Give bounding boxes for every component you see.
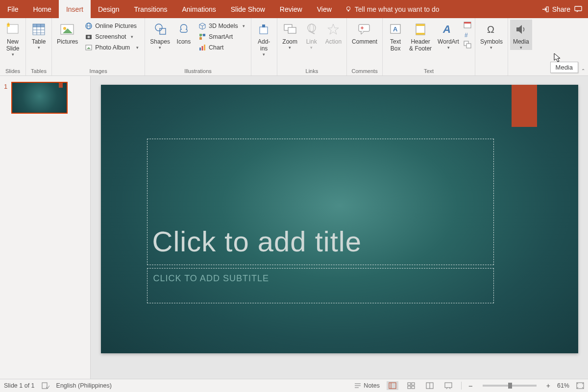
svg-rect-61 — [389, 383, 396, 389]
symbols-button[interactable]: Ω Symbols ▾ — [477, 20, 506, 50]
textbox-label: Text Box — [390, 38, 401, 52]
language-indicator[interactable]: English (Philippines) — [56, 382, 112, 389]
normal-view-button[interactable] — [387, 381, 398, 390]
photo-album-icon — [85, 44, 93, 51]
status-bar: Slide 1 of 1 English (Philippines) Notes… — [0, 379, 588, 392]
pictures-button[interactable]: Pictures — [54, 20, 81, 45]
screenshot-icon — [85, 33, 93, 41]
new-slide-button[interactable]: New Slide ▾ — [2, 20, 24, 57]
comments-pane-icon[interactable] — [574, 5, 582, 13]
svg-rect-2 — [546, 7, 548, 12]
reading-view-button[interactable] — [424, 381, 436, 390]
svg-rect-32 — [199, 48, 201, 50]
textbox-button[interactable]: A Text Box — [385, 20, 406, 52]
ribbon: New Slide ▾ Slides Table ▾ Tables Pictur… — [0, 18, 588, 76]
slide-sorter-view-button[interactable] — [405, 381, 417, 390]
work-area: 1 Click to add title CLICK TO ADD SUBTIT… — [0, 76, 588, 379]
3d-models-button[interactable]: 3D Models▾ — [196, 21, 247, 31]
svg-rect-47 — [416, 33, 425, 35]
smartart-label: SmartArt — [209, 33, 233, 40]
slide-1[interactable]: Click to add title CLICK TO ADD SUBTITLE — [101, 85, 578, 353]
pictures-icon — [60, 22, 75, 37]
title-placeholder[interactable]: Click to add title — [147, 139, 494, 265]
icons-icon — [176, 22, 192, 37]
caret-icon: ▾ — [490, 45, 492, 50]
svg-rect-42 — [359, 24, 369, 31]
zoom-level[interactable]: 61% — [557, 382, 569, 389]
shapes-button[interactable]: Shapes ▾ — [147, 20, 173, 50]
tab-design[interactable]: Design — [91, 0, 127, 18]
group-links: Zoom ▾ Link ▾ Action Links — [277, 18, 347, 75]
tell-me-search[interactable]: Tell me what you want to do — [339, 0, 445, 18]
date-time-button[interactable] — [463, 21, 472, 29]
icons-button[interactable]: Icons — [173, 20, 195, 45]
online-pictures-button[interactable]: Online Pictures — [83, 21, 141, 31]
header-footer-button[interactable]: Header & Footer — [406, 20, 435, 52]
svg-rect-33 — [201, 46, 203, 50]
fit-to-window-button[interactable] — [576, 382, 584, 389]
spellcheck-icon[interactable] — [42, 382, 49, 389]
group-addins-label — [253, 67, 275, 75]
zoom-label: Zoom — [282, 38, 297, 45]
svg-rect-46 — [416, 24, 425, 26]
notes-button[interactable]: Notes — [354, 382, 380, 389]
thumbnail-1-number: 1 — [4, 82, 7, 114]
slideshow-view-button[interactable] — [442, 381, 454, 390]
link-icon — [304, 22, 319, 37]
photo-album-button[interactable]: Photo Album▾ — [83, 42, 141, 53]
tab-transitions[interactable]: Transitions — [127, 0, 175, 18]
group-tables: Table ▾ Tables — [26, 18, 52, 75]
chart-button[interactable]: Chart — [196, 42, 247, 53]
svg-rect-63 — [408, 383, 411, 385]
zoom-out-button[interactable]: − — [468, 382, 473, 390]
subtitle-placeholder[interactable]: CLICK TO ADD SUBTITLE — [147, 268, 494, 303]
photo-album-label: Photo Album — [95, 44, 130, 51]
table-button[interactable]: Table ▾ — [28, 20, 49, 50]
share-button[interactable]: Share — [541, 5, 570, 13]
caret-icon: ▾ — [12, 52, 14, 57]
svg-rect-69 — [445, 383, 452, 388]
group-text: A Text Box Header & Footer A WordArt ▾ #… — [383, 18, 475, 75]
tab-view[interactable]: View — [310, 0, 339, 18]
svg-rect-65 — [408, 386, 411, 389]
zoom-in-button[interactable]: + — [546, 382, 550, 390]
tab-file[interactable]: File — [0, 0, 26, 18]
collapse-ribbon-button[interactable]: ⌃ — [581, 68, 585, 74]
screenshot-button[interactable]: Screenshot▾ — [83, 31, 141, 42]
group-slides: New Slide ▾ Slides — [0, 18, 26, 75]
svg-text:A: A — [442, 23, 451, 35]
slide-bookmark-decoration — [512, 85, 537, 127]
thumbnail-1[interactable]: 1 — [4, 82, 86, 114]
chart-icon — [198, 44, 206, 51]
tab-animations[interactable]: Animations — [174, 0, 223, 18]
smartart-button[interactable]: SmartArt — [196, 31, 247, 42]
share-label: Share — [552, 5, 570, 13]
slide-number-button[interactable]: # — [463, 30, 472, 39]
thumbnail-1-preview — [11, 82, 68, 114]
media-button[interactable]: Media ▾ — [510, 20, 532, 50]
link-button[interactable]: Link ▾ — [301, 20, 322, 50]
wordart-button[interactable]: A WordArt ▾ — [435, 20, 462, 50]
zoom-button[interactable]: Zoom ▾ — [279, 20, 301, 50]
slide-canvas-area[interactable]: Click to add title CLICK TO ADD SUBTITLE — [91, 76, 588, 379]
tab-strip: File Home Insert Design Transitions Anim… — [0, 0, 588, 18]
caret-icon: ▾ — [310, 45, 313, 50]
action-icon — [325, 22, 341, 37]
tab-insert[interactable]: Insert — [59, 0, 91, 18]
comment-button[interactable]: Comment — [349, 20, 380, 45]
tab-home[interactable]: Home — [26, 0, 59, 18]
group-slides-label: Slides — [2, 67, 24, 75]
media-tooltip: Media — [550, 62, 578, 73]
zoom-slider-knob[interactable] — [508, 383, 512, 389]
tab-review[interactable]: Review — [272, 0, 310, 18]
object-button[interactable] — [463, 40, 472, 49]
smartart-icon — [198, 33, 206, 41]
addins-button[interactable]: Add- ins ▾ — [253, 20, 275, 57]
zoom-slider[interactable] — [483, 385, 537, 387]
group-images-label: Images — [54, 67, 143, 75]
3d-models-label: 3D Models — [209, 23, 238, 29]
comment-icon — [357, 22, 372, 37]
tab-slideshow[interactable]: Slide Show — [223, 0, 272, 18]
action-button[interactable]: Action — [322, 20, 344, 45]
bookmark-icon — [59, 83, 63, 88]
